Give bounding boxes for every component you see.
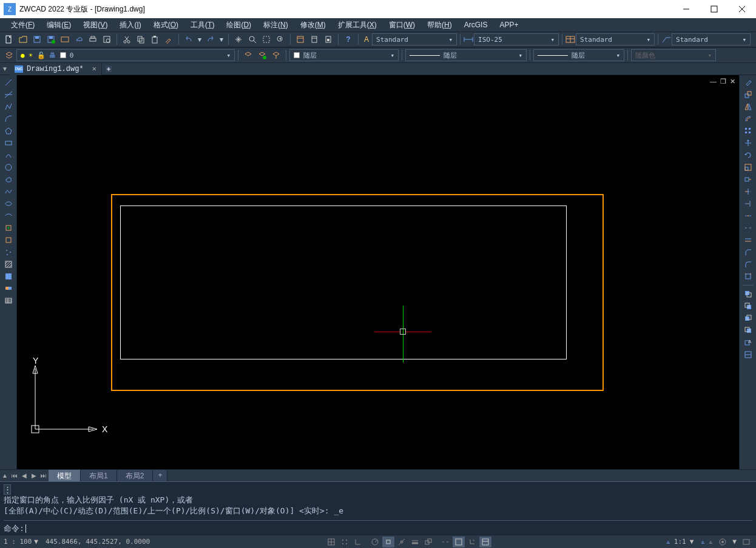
- gradient-icon[interactable]: [2, 270, 15, 282]
- color-dropdown[interactable]: 随层▾: [289, 49, 399, 61]
- mirror-icon[interactable]: [741, 101, 755, 113]
- layer-manager-icon[interactable]: [2, 48, 16, 62]
- layout-prev-icon[interactable]: ◀: [19, 470, 29, 482]
- clean-screen-icon[interactable]: [740, 536, 752, 547]
- table-icon[interactable]: [2, 295, 15, 307]
- pan-icon[interactable]: [232, 33, 245, 46]
- array-icon[interactable]: [741, 125, 755, 137]
- break-point-icon[interactable]: [741, 210, 755, 222]
- snap-grid-icon[interactable]: [325, 536, 337, 547]
- redo-icon[interactable]: [204, 33, 217, 46]
- menu-扩展工具[interactable]: 扩展工具(X): [332, 19, 383, 32]
- polygon-icon[interactable]: [2, 125, 15, 137]
- otrack-icon[interactable]: [396, 536, 408, 547]
- erase-icon[interactable]: [741, 76, 755, 89]
- annotation-autoscale-icon[interactable]: ⟁: [709, 538, 713, 546]
- circle-icon[interactable]: [2, 161, 15, 173]
- polyline-icon[interactable]: [2, 101, 15, 113]
- layer-previous-icon[interactable]: [241, 48, 255, 62]
- dyn-ucs-icon[interactable]: +: [466, 536, 478, 547]
- layer-iso-icon[interactable]: [269, 48, 283, 62]
- doc-minimize-icon[interactable]: —: [710, 78, 717, 85]
- share-icon[interactable]: [58, 33, 72, 46]
- region-icon[interactable]: [2, 282, 15, 295]
- draworder-hatch-icon[interactable]: [741, 349, 755, 361]
- trim-icon[interactable]: [741, 185, 755, 198]
- annotation-scale-icon[interactable]: ⟁: [666, 538, 670, 546]
- calculator-icon[interactable]: [308, 33, 321, 46]
- copy-icon[interactable]: [134, 33, 147, 46]
- copy-obj-icon[interactable]: [741, 89, 755, 101]
- annotation-visibility-icon[interactable]: ⟁: [701, 538, 705, 546]
- help-icon[interactable]: ?: [342, 33, 355, 46]
- doc-restore-icon[interactable]: ❐: [720, 78, 726, 85]
- undo-icon[interactable]: [182, 33, 195, 46]
- command-handle[interactable]: ⋮: [4, 484, 11, 495]
- menu-视图[interactable]: 视图(V): [77, 19, 113, 32]
- ellipse-icon[interactable]: [2, 198, 15, 210]
- layout-up-icon[interactable]: ▲: [0, 470, 10, 482]
- offset-icon[interactable]: [741, 113, 755, 125]
- construction-line-icon[interactable]: [2, 89, 15, 101]
- close-button[interactable]: [728, 0, 756, 18]
- maximize-button[interactable]: [700, 0, 728, 18]
- ellipse-arc-icon[interactable]: [2, 210, 15, 222]
- layout-last-icon[interactable]: ⏭: [39, 470, 49, 482]
- new-icon[interactable]: [2, 33, 16, 46]
- menu-绘图[interactable]: 绘图(D): [220, 19, 257, 32]
- menu-帮助[interactable]: 帮助(H): [421, 19, 458, 32]
- linetype-dropdown[interactable]: 随层▾: [405, 49, 527, 61]
- plotstyle-dropdown[interactable]: 随颜色▾: [631, 49, 716, 61]
- cycling-icon[interactable]: [422, 536, 434, 547]
- hatch-icon[interactable]: [2, 258, 15, 270]
- menu-工具[interactable]: 工具(T): [184, 19, 220, 32]
- layout-tab-1[interactable]: 布局1: [81, 470, 117, 481]
- arc3p-icon[interactable]: [2, 149, 15, 161]
- saveas-icon[interactable]: [44, 33, 58, 46]
- draworder-back-icon[interactable]: [741, 300, 755, 312]
- scale-icon[interactable]: [741, 161, 755, 173]
- menu-文件[interactable]: 文件(F): [5, 19, 41, 32]
- print-icon[interactable]: [86, 33, 100, 46]
- rotate-icon[interactable]: [741, 149, 755, 161]
- status-scale[interactable]: 1 : 100: [4, 538, 32, 546]
- zoom-prev-icon[interactable]: [274, 33, 287, 46]
- draworder-under-icon[interactable]: [741, 324, 755, 336]
- arc-icon[interactable]: [2, 113, 15, 125]
- layout-tab-2[interactable]: 布局2: [117, 470, 154, 481]
- layout-first-icon[interactable]: ⏮: [10, 470, 19, 482]
- fillet-icon[interactable]: [741, 258, 755, 270]
- point-icon[interactable]: [2, 246, 15, 258]
- menu-ArcGIS[interactable]: ArcGIS: [458, 19, 494, 30]
- layout-add-icon[interactable]: +: [153, 470, 167, 481]
- line-icon[interactable]: [2, 76, 15, 89]
- model-toggle-icon[interactable]: [453, 536, 465, 547]
- menu-插入[interactable]: 插入(I): [113, 19, 147, 32]
- quick-props-icon[interactable]: [479, 536, 491, 547]
- menu-窗口[interactable]: 窗口(W): [383, 19, 421, 32]
- move-icon[interactable]: [741, 137, 755, 149]
- redo-dropdown-icon[interactable]: ▾: [218, 33, 225, 46]
- mleader-style-dropdown[interactable]: Standard▾: [672, 33, 751, 45]
- lwt-icon[interactable]: [409, 536, 421, 547]
- design-center-icon[interactable]: [322, 33, 335, 46]
- command-input[interactable]: 命令:: [4, 520, 752, 534]
- make-block-icon[interactable]: [2, 234, 15, 246]
- new-tab-button[interactable]: [102, 63, 115, 75]
- paste-icon[interactable]: [148, 33, 161, 46]
- join-icon[interactable]: [741, 234, 755, 246]
- zoom-realtime-icon[interactable]: [246, 33, 259, 46]
- break-icon[interactable]: [741, 222, 755, 234]
- zoom-window-icon[interactable]: [260, 33, 273, 46]
- extend-icon[interactable]: [741, 198, 755, 210]
- insert-block-icon[interactable]: [2, 222, 15, 234]
- tab-menu-icon[interactable]: ▼: [0, 63, 10, 75]
- workspace-dropdown-icon[interactable]: ▼: [732, 538, 737, 546]
- table-style-dropdown[interactable]: Standard▾: [576, 33, 655, 45]
- chamfer-icon[interactable]: [741, 246, 755, 258]
- grid-display-icon[interactable]: [339, 536, 351, 547]
- layout-next-icon[interactable]: ▶: [29, 470, 39, 482]
- open-icon[interactable]: [16, 33, 30, 46]
- layout-tab-model[interactable]: 模型: [49, 470, 81, 481]
- match-prop-icon[interactable]: [162, 33, 175, 46]
